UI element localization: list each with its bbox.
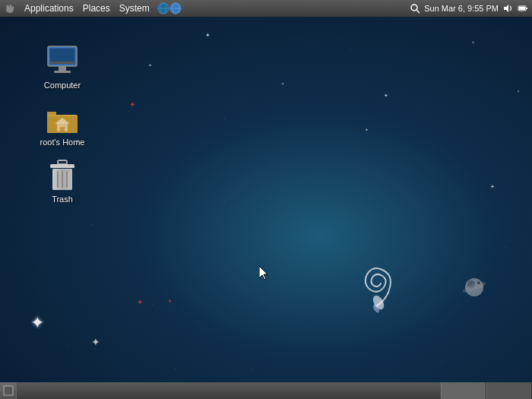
svg-point-1 [6, 5, 9, 9]
star-13: · [304, 176, 305, 181]
trash-label: Trash [52, 195, 73, 204]
volume-icon[interactable] [502, 2, 514, 14]
star-12: · [19, 169, 20, 173]
svg-point-2 [10, 5, 12, 8]
star-9: · [224, 116, 225, 120]
svg-rect-34 [58, 160, 67, 164]
star-24: · [251, 366, 252, 371]
spiral-decoration [346, 253, 407, 314]
svg-rect-25 [54, 71, 71, 73]
star-3: · [350, 47, 351, 52]
taskbar [0, 382, 532, 399]
menubar: Applications Places System Sun Mar 6, 9:… [0, 0, 532, 17]
star-2: ✦ [148, 62, 152, 68]
red-star-2: ✦ [137, 298, 143, 306]
star-10: ✦ [365, 127, 369, 132]
svg-rect-36 [50, 164, 74, 168]
svg-rect-44 [5, 387, 12, 394]
taskbar-show-desktop[interactable] [0, 382, 17, 399]
star-5: ✦ [384, 93, 388, 99]
svg-rect-33 [60, 127, 65, 131]
mouse-cursor [259, 266, 268, 280]
power-icon[interactable] [517, 2, 529, 14]
home-icon-img [44, 100, 81, 136]
trash-icon[interactable]: Trash [32, 154, 93, 207]
big-star-2: ✦ [91, 336, 100, 348]
svg-rect-15 [519, 7, 525, 10]
star-19: · [281, 283, 282, 287]
star-25: · [175, 366, 176, 371]
gnome-foot-icon[interactable] [3, 2, 17, 15]
star-1: ✦ [205, 32, 211, 39]
svg-point-3 [12, 6, 14, 9]
home-label: root's Home [40, 138, 85, 147]
star-20: · [152, 302, 153, 306]
star-18: · [38, 268, 39, 272]
star-23: · [441, 359, 442, 363]
svg-marker-12 [504, 5, 508, 12]
planet-mascot [462, 275, 486, 302]
computer-icon-img [44, 43, 81, 79]
star-17: · [505, 245, 506, 249]
computer-icon[interactable]: Computer [32, 40, 93, 93]
star-11: · [471, 146, 472, 150]
taskbar-right [441, 382, 532, 399]
svg-marker-42 [259, 266, 268, 280]
red-star-3: ✦ [167, 298, 173, 305]
desktop: ✦ ✦ · ✦ ✦ · ✦ ✦ · ✦ · · · · ✦ · · · · · … [0, 17, 532, 382]
red-star-1: ✦ [129, 100, 135, 109]
applications-menu[interactable]: Applications [20, 2, 78, 15]
svg-line-11 [416, 10, 420, 13]
home-icon[interactable]: root's Home [32, 97, 93, 150]
browser-icon[interactable] [169, 2, 182, 14]
svg-point-10 [411, 5, 417, 11]
places-menu[interactable]: Places [78, 2, 115, 15]
big-star-1: ✦ [30, 313, 44, 333]
computer-label: Computer [44, 81, 81, 90]
star-4: ✦ [281, 81, 284, 86]
star-27: · [91, 222, 93, 226]
star-14: · [224, 199, 225, 204]
svg-rect-27 [50, 62, 74, 64]
star-6: · [502, 28, 502, 33]
star-15: ✦ [490, 184, 495, 190]
workspace-1[interactable] [441, 382, 486, 399]
system-menu[interactable]: System [115, 2, 154, 15]
workspace-2[interactable] [486, 382, 532, 399]
svg-rect-24 [59, 66, 66, 71]
network-icon[interactable] [157, 2, 169, 14]
clock: Sun Mar 6, 9:55 PM [424, 4, 499, 13]
svg-rect-14 [526, 8, 527, 9]
star-16: · [395, 214, 396, 219]
star-22: · [68, 344, 69, 348]
star-7: ✦ [471, 40, 475, 45]
search-icon[interactable] [409, 2, 421, 14]
star-21: · [342, 321, 343, 325]
menubar-right: Sun Mar 6, 9:55 PM [409, 2, 532, 14]
trash-icon-img [44, 157, 81, 193]
star-8: ✦ [517, 89, 520, 93]
